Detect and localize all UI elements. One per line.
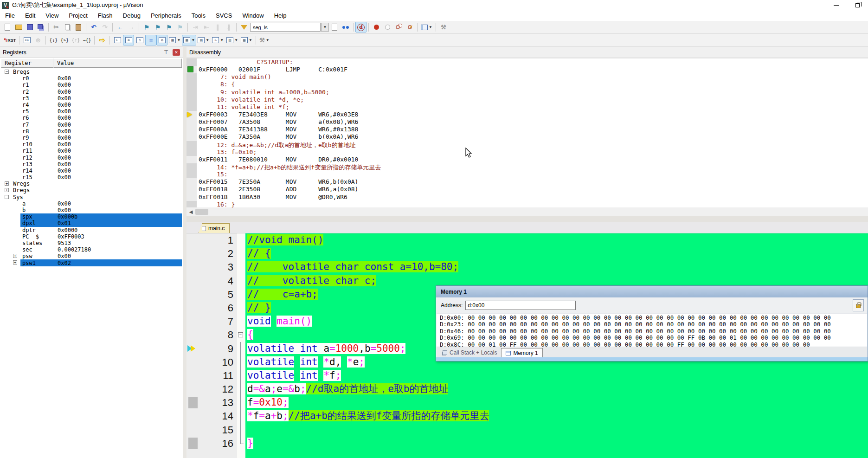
menu-help[interactable]: Help (269, 11, 292, 20)
call-stack-button[interactable]: ⧉ (156, 35, 167, 45)
editor-margin[interactable] (186, 315, 200, 328)
register-row-psw[interactable]: +psw0x00 (1, 253, 182, 259)
fold-margin[interactable] (237, 233, 245, 247)
code-text[interactable]: // volatile char const a=10,b=80; (245, 260, 868, 274)
register-row-r8[interactable]: r80x00 (1, 128, 182, 135)
editor-margin[interactable] (186, 409, 200, 423)
memory-window-titlebar[interactable]: Memory 1 (436, 286, 868, 297)
register-row-a[interactable]: a0x00 (1, 200, 182, 207)
editor-margin[interactable] (186, 247, 200, 260)
disassembly-gutter[interactable] (186, 73, 197, 81)
editor-margin[interactable] (186, 382, 200, 396)
register-row-b[interactable]: b0x00 (1, 207, 182, 213)
serial-window-button[interactable]: ▤▼ (196, 35, 211, 45)
menu-debug[interactable]: Debug (118, 11, 146, 20)
menu-file[interactable]: File (0, 11, 20, 20)
editor-margin[interactable] (186, 423, 200, 437)
cut-button[interactable]: ✂ (51, 22, 62, 32)
fold-margin[interactable] (237, 369, 245, 382)
open-file-button[interactable] (13, 22, 24, 32)
register-row-r4[interactable]: r40x00 (1, 102, 182, 108)
fold-margin[interactable] (237, 315, 245, 328)
register-row-states[interactable]: states9513 (1, 240, 182, 246)
fold-margin[interactable] (237, 396, 245, 409)
kill-all-breakpoints-button[interactable] (404, 22, 415, 32)
editor-margin[interactable] (186, 260, 200, 274)
start-stop-debug-button[interactable]: d (355, 22, 366, 32)
run-button[interactable]: ≡⇓ (21, 35, 32, 45)
disassembly-hscrollbar[interactable]: ◀ (186, 207, 868, 216)
editor-margin[interactable] (186, 369, 200, 382)
register-row-dpxl[interactable]: dpxl0x01 (1, 220, 182, 226)
restore-button[interactable] (847, 0, 868, 10)
search-combobox[interactable]: seg_ls (250, 23, 321, 32)
fold-margin[interactable] (237, 355, 245, 369)
scrollbar-thumb[interactable] (195, 209, 208, 215)
fold-margin[interactable] (237, 437, 245, 450)
fold-margin[interactable] (237, 247, 245, 260)
step-out-button[interactable]: {↑} (70, 35, 81, 45)
indent-button[interactable]: ⇥ (190, 22, 201, 32)
register-row-r5[interactable]: r50x00 (1, 108, 182, 115)
expand-icon[interactable]: + (13, 260, 17, 264)
disable-all-breakpoints-button[interactable] (393, 22, 404, 32)
copy-button[interactable] (62, 22, 73, 32)
bookmark-toggle-button[interactable]: ⚑ (141, 22, 152, 32)
show-next-statement-button[interactable]: ⇨ (96, 35, 108, 45)
register-row-r1[interactable]: r10x00 (1, 82, 182, 88)
fold-margin[interactable] (237, 382, 245, 396)
editor-margin[interactable] (186, 396, 200, 409)
disassembly-gutter[interactable] (186, 163, 197, 171)
new-file-button[interactable] (2, 22, 13, 32)
find-in-files-button[interactable] (329, 22, 340, 32)
editor-margin[interactable] (186, 342, 200, 355)
bookmark-next-button[interactable]: ⚑ (163, 22, 174, 32)
register-row-dregs[interactable]: +Dregs (1, 187, 182, 194)
fold-margin[interactable] (237, 423, 245, 437)
editor-margin[interactable] (186, 288, 200, 301)
editor-margin[interactable] (186, 355, 200, 369)
register-row-r6[interactable]: r60x00 (1, 115, 182, 121)
disassembly-gutter[interactable] (186, 141, 197, 148)
menu-window[interactable]: Window (237, 11, 269, 20)
disassembly-gutter[interactable] (186, 126, 197, 133)
lock-button[interactable] (853, 299, 864, 311)
comment-button[interactable]: ∥ (212, 22, 223, 32)
code-text[interactable]: d=&a;e=&b;//d取a的首地址，e取b的首地址 (245, 382, 868, 396)
window-layout-button[interactable]: ▼ (419, 22, 434, 32)
nav-back-button[interactable]: ← (115, 22, 126, 32)
pin-icon[interactable]: ⊤ (162, 49, 170, 56)
save-all-button[interactable] (35, 22, 46, 32)
expand-icon[interactable]: + (5, 181, 9, 186)
register-row-bregs[interactable]: −Bregs (1, 69, 182, 75)
code-text[interactable]: volatile int *f; (245, 369, 868, 382)
menu-view[interactable]: View (40, 11, 64, 20)
fold-margin[interactable] (237, 288, 245, 301)
register-row-r13[interactable]: r130x00 (1, 161, 182, 168)
minimize-button[interactable] (825, 0, 847, 10)
register-row-pc-$[interactable]: PC $0xFF0003 (1, 233, 182, 240)
fold-margin[interactable] (237, 342, 245, 355)
address-input[interactable] (465, 301, 576, 310)
register-row-sec[interactable]: sec0.00027180 (1, 246, 182, 253)
register-row-dptr[interactable]: dptr0x0000 (1, 227, 182, 233)
search-dropdown-icon[interactable]: ▼ (321, 23, 329, 32)
register-row-r9[interactable]: r90x00 (1, 135, 182, 141)
bookmark-clear-button[interactable]: ⚑ (174, 22, 186, 32)
disassembly-gutter[interactable] (186, 171, 197, 178)
memory-window-button[interactable]: ▦▼ (182, 35, 196, 45)
fold-margin[interactable] (237, 409, 245, 423)
menu-tools[interactable]: Tools (186, 11, 211, 20)
collapse-icon[interactable]: − (5, 195, 9, 199)
analysis-window-button[interactable]: ∿▼ (211, 35, 225, 45)
watch-search-button[interactable] (340, 22, 351, 32)
bookmark-prev-button[interactable]: ⚑ (152, 22, 163, 32)
register-row-spx[interactable]: spx0x000b (1, 213, 182, 220)
disassembly-gutter[interactable] (186, 118, 197, 126)
editor-margin[interactable] (186, 437, 200, 450)
disassembly-gutter[interactable] (186, 58, 197, 66)
insert-breakpoint-button[interactable] (371, 22, 382, 32)
disassembly-gutter[interactable] (186, 111, 197, 118)
register-row-r14[interactable]: r140x00 (1, 168, 182, 174)
system-viewer-button[interactable]: ▩▼ (239, 35, 254, 45)
